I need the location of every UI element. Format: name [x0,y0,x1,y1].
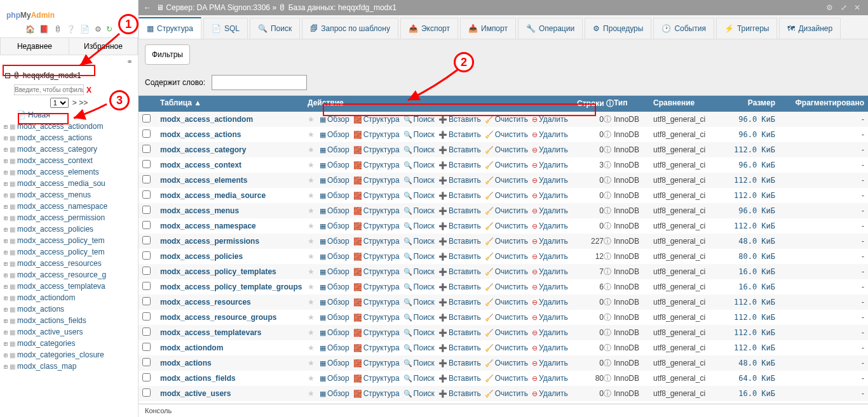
col-table[interactable]: Таблица ▲ [160,98,308,109]
structure-link[interactable]: 🧱Структура [351,343,402,352]
insert-link[interactable]: ➕Вставить [437,206,483,215]
table-link[interactable]: modx_access_actiondom [160,115,308,124]
structure-link[interactable]: 🧱Структура [351,191,402,200]
empty-link[interactable]: 🧹Очистить [483,267,530,276]
drop-link[interactable]: ⊖Удалить [530,176,570,185]
row-checkbox[interactable] [142,129,151,138]
row-checkbox[interactable] [142,190,151,199]
structure-link[interactable]: 🧱Структура [351,282,402,291]
drop-link[interactable]: ⊖Удалить [530,161,570,169]
table-link[interactable]: modx_access_category [160,145,308,154]
tab-favorite[interactable]: Избранное [69,38,137,55]
star-icon[interactable]: ★ [308,191,318,200]
browse-link[interactable]: ▦Обзор [318,267,351,276]
help-icon[interactable]: ❔ [66,25,76,34]
row-checkbox[interactable] [142,297,151,305]
search-link[interactable]: 🔍Поиск [402,145,437,154]
drop-link[interactable]: ⊖Удалить [530,374,570,383]
approx-icon[interactable]: ⓘ [604,388,614,399]
insert-link[interactable]: ➕Вставить [437,328,483,337]
star-icon[interactable]: ★ [308,298,318,307]
approx-icon[interactable]: ⓘ [604,328,614,338]
tab-qbe[interactable]: 🗐Запрос по шаблону [302,18,398,39]
tree-table[interactable]: ⊞▦modx_access_namespace [3,201,135,212]
tree-table[interactable]: ⊞▦modx_categories [3,338,135,349]
row-size[interactable]: 16.0 КиБ [727,267,775,276]
expand-icon[interactable]: ⊞ [4,135,8,142]
tab-export[interactable]: 📤Экспорт [400,18,458,39]
expand-icon[interactable]: ⊞ [4,123,8,130]
row-checkbox[interactable] [142,343,151,351]
tree-table[interactable]: ⊞▦modx_access_context [3,155,135,166]
empty-link[interactable]: 🧹Очистить [483,130,530,139]
search-link[interactable]: 🔍Поиск [402,191,437,200]
drop-link[interactable]: ⊖Удалить [530,237,570,246]
structure-link[interactable]: 🧱Структура [351,313,402,322]
tab-sql[interactable]: 📄SQL [203,18,248,39]
structure-link[interactable]: 🧱Структура [351,161,402,169]
browse-link[interactable]: ▦Обзор [318,374,351,383]
insert-link[interactable]: ➕Вставить [437,313,483,322]
expand-icon[interactable]: ⊞ [4,295,8,301]
structure-link[interactable]: 🧱Структура [351,176,402,185]
star-icon[interactable]: ★ [308,343,318,352]
star-icon[interactable]: ★ [308,313,318,322]
empty-link[interactable]: 🧹Очистить [483,374,530,383]
search-link[interactable]: 🔍Поиск [402,389,437,398]
drop-link[interactable]: ⊖Удалить [530,206,570,215]
table-link[interactable]: modx_access_resources [160,298,308,307]
table-link[interactable]: modx_active_users [160,389,308,398]
browse-link[interactable]: ▦Обзор [318,176,351,185]
expand-icon[interactable]: ⊞ [4,226,8,233]
browse-link[interactable]: ▦Обзор [318,389,351,398]
insert-link[interactable]: ➕Вставить [437,389,483,398]
contains-input[interactable] [212,75,307,90]
row-size[interactable]: 96.0 КиБ [727,206,775,215]
expand-icon[interactable]: ⊞ [4,306,8,313]
tab-designer[interactable]: 🗺Дизайнер [779,18,841,39]
row-checkbox[interactable] [142,328,151,336]
drop-link[interactable]: ⊖Удалить [530,328,570,337]
search-link[interactable]: 🔍Поиск [402,115,437,124]
search-link[interactable]: 🔍Поиск [402,374,437,383]
row-size[interactable]: 96.0 КиБ [727,161,775,169]
star-icon[interactable]: ★ [308,237,318,246]
row-checkbox[interactable] [142,388,151,397]
row-checkbox[interactable] [142,373,151,381]
row-size[interactable]: 64.0 КиБ [727,374,775,383]
expand-icon[interactable]: ⊞ [4,146,8,153]
search-link[interactable]: 🔍Поиск [402,161,437,169]
breadcrumb-db[interactable]: База данных: heqqxfdg_modx1 [288,3,397,12]
expand-icon[interactable]: ⊞ [4,317,8,324]
insert-link[interactable]: ➕Вставить [437,176,483,185]
tree-table[interactable]: ⊞▦modx_categories_closure [3,349,135,361]
tree-table[interactable]: ⊞▦modx_access_policies [3,223,135,235]
page-select[interactable]: 1 [50,98,69,108]
table-link[interactable]: modx_actions [160,359,308,367]
tree-table[interactable]: ⊞▦modx_access_resource_g [3,269,135,281]
star-icon[interactable]: ★ [308,206,318,215]
row-size[interactable]: 96.0 КиБ [727,130,775,139]
empty-link[interactable]: 🧹Очистить [483,328,530,337]
row-size[interactable]: 112.0 КиБ [727,343,775,352]
drop-link[interactable]: ⊖Удалить [530,282,570,291]
tree-table[interactable]: ⊞▦modx_access_category [3,143,135,155]
drop-link[interactable]: ⊖Удалить [530,343,570,352]
expand-icon[interactable]: ⊞ [4,272,8,279]
browse-link[interactable]: ▦Обзор [318,222,351,230]
browse-link[interactable]: ▦Обзор [318,191,351,200]
drop-link[interactable]: ⊖Удалить [530,359,570,367]
row-size[interactable]: 80.0 КиБ [727,252,775,261]
row-checkbox[interactable] [142,206,151,214]
tree-table[interactable]: ⊞▦modx_actions_fields [3,315,135,326]
search-link[interactable]: 🔍Поиск [402,206,437,215]
settings-icon[interactable]: ⚙ [95,25,102,34]
approx-icon[interactable]: ⓘ [604,343,614,354]
next-page[interactable]: > >> [72,98,88,107]
col-type[interactable]: Тип [614,98,653,109]
insert-link[interactable]: ➕Вставить [437,145,483,154]
table-link[interactable]: modx_access_policy_template_groups [160,282,308,291]
approx-icon[interactable]: ⓘ [604,358,614,369]
browse-link[interactable]: ▦Обзор [318,343,351,352]
expand-icon[interactable]: ⊞ [4,329,8,336]
